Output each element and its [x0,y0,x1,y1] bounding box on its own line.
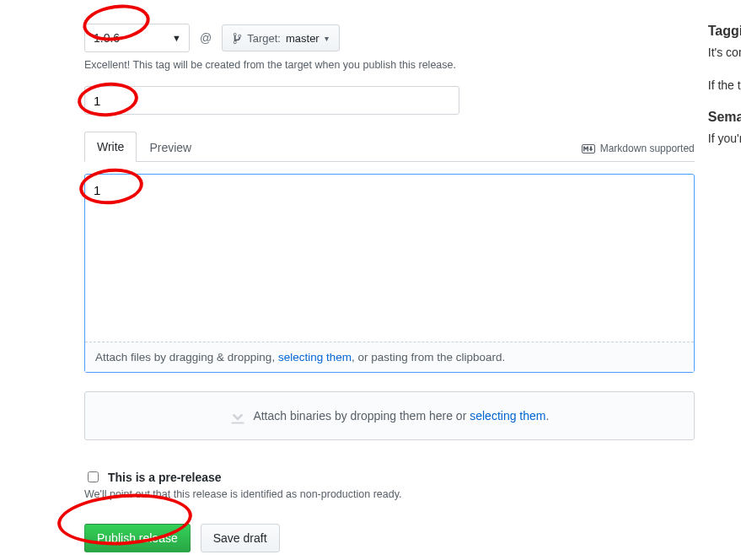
sidebar-text: If the tag isn't meant for production us… [708,77,741,94]
binaries-select-link[interactable]: selecting them [470,409,545,423]
publish-release-button[interactable]: Publish release [84,524,191,552]
release-description-textarea[interactable] [85,175,694,339]
attach-files-link[interactable]: selecting them [278,351,352,363]
sidebar-heading-tagging: Tagging suggestions [708,24,741,39]
attach-files-hint: Attach files by dragging & dropping, sel… [85,342,694,372]
save-draft-button[interactable]: Save draft [201,524,280,552]
release-title-input[interactable] [84,86,459,115]
sidebar-text: It's common practice to prefix your vers… [708,44,741,62]
at-symbol: @ [196,31,215,45]
markdown-icon [582,144,595,153]
tab-preview[interactable]: Preview [137,132,204,162]
binaries-dropzone[interactable]: Attach binaries by dropping them here or… [84,391,695,440]
tab-write[interactable]: Write [84,132,137,162]
branch-icon [233,32,242,45]
target-branch: master [286,32,319,45]
sidebar: Tagging suggestions It's common practice… [708,24,741,552]
target-branch-button[interactable]: Target: master ▾ [222,24,339,51]
tag-hint: Excellent! This tag will be created from… [84,59,695,71]
sidebar-heading-semver: Semantic versioning [708,110,741,125]
prerelease-checkbox[interactable] [88,471,99,482]
tag-version-input[interactable] [84,24,190,52]
chevron-down-icon: ▾ [325,34,329,43]
download-icon [229,407,246,424]
prerelease-hint: We'll point out that this release is ide… [84,488,695,500]
target-label: Target: [247,32,281,45]
markdown-supported-link[interactable]: Markdown supported [582,143,695,161]
sidebar-text: If you're new to releasing software, we … [708,130,741,148]
tag-input-wrap[interactable]: ▼ [84,24,190,52]
markdown-supported-label: Markdown supported [600,143,695,154]
prerelease-label: This is a pre-release [108,471,222,484]
